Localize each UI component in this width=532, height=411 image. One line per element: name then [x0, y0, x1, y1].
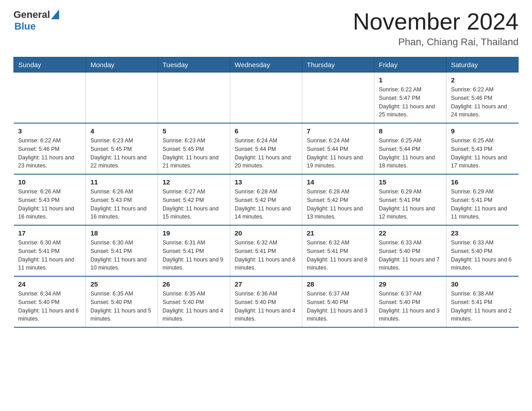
calendar-cell: 14Sunrise: 6:28 AMSunset: 5:42 PMDayligh…	[302, 174, 374, 225]
calendar-cell: 11Sunrise: 6:26 AMSunset: 5:43 PMDayligh…	[86, 174, 158, 225]
calendar-cell	[302, 73, 374, 124]
calendar-week-row: 1Sunrise: 6:22 AMSunset: 5:47 PMDaylight…	[14, 73, 519, 124]
day-number: 5	[163, 127, 225, 135]
day-number: 11	[90, 178, 153, 186]
calendar-header-row: SundayMondayTuesdayWednesdayThursdayFrid…	[14, 57, 519, 73]
calendar-cell: 4Sunrise: 6:23 AMSunset: 5:45 PMDaylight…	[86, 123, 158, 174]
calendar-cell: 18Sunrise: 6:30 AMSunset: 5:41 PMDayligh…	[86, 225, 158, 276]
calendar-cell: 13Sunrise: 6:28 AMSunset: 5:42 PMDayligh…	[230, 174, 302, 225]
logo: General Blue	[13, 9, 59, 32]
day-info: Sunrise: 6:28 AMSunset: 5:42 PMDaylight:…	[307, 188, 369, 221]
day-number: 3	[18, 127, 82, 135]
day-info: Sunrise: 6:26 AMSunset: 5:43 PMDaylight:…	[18, 188, 82, 221]
day-number: 1	[379, 76, 442, 84]
calendar-cell: 10Sunrise: 6:26 AMSunset: 5:43 PMDayligh…	[14, 174, 86, 225]
day-info: Sunrise: 6:23 AMSunset: 5:45 PMDaylight:…	[163, 137, 225, 170]
calendar-cell: 8Sunrise: 6:25 AMSunset: 5:44 PMDaylight…	[374, 123, 446, 174]
day-number: 26	[163, 280, 225, 288]
day-info: Sunrise: 6:37 AMSunset: 5:40 PMDaylight:…	[307, 290, 369, 323]
day-info: Sunrise: 6:24 AMSunset: 5:44 PMDaylight:…	[235, 137, 297, 170]
calendar-cell: 9Sunrise: 6:25 AMSunset: 5:43 PMDaylight…	[446, 123, 519, 174]
day-number: 27	[235, 280, 297, 288]
day-header-monday: Monday	[86, 57, 158, 73]
day-header-wednesday: Wednesday	[230, 57, 302, 73]
calendar-cell: 15Sunrise: 6:29 AMSunset: 5:41 PMDayligh…	[374, 174, 446, 225]
day-header-friday: Friday	[374, 57, 446, 73]
calendar-cell: 29Sunrise: 6:37 AMSunset: 5:40 PMDayligh…	[374, 276, 446, 327]
day-number: 2	[451, 76, 514, 84]
day-info: Sunrise: 6:27 AMSunset: 5:42 PMDaylight:…	[163, 188, 225, 221]
calendar-cell: 17Sunrise: 6:30 AMSunset: 5:41 PMDayligh…	[14, 225, 86, 276]
day-info: Sunrise: 6:31 AMSunset: 5:41 PMDaylight:…	[163, 239, 225, 272]
day-info: Sunrise: 6:22 AMSunset: 5:47 PMDaylight:…	[379, 86, 442, 119]
day-number: 24	[18, 280, 82, 288]
day-number: 21	[307, 229, 369, 237]
calendar-cell: 22Sunrise: 6:33 AMSunset: 5:40 PMDayligh…	[374, 225, 446, 276]
day-number: 19	[163, 229, 225, 237]
day-number: 14	[307, 178, 369, 186]
calendar-cell: 28Sunrise: 6:37 AMSunset: 5:40 PMDayligh…	[302, 276, 374, 327]
logo-triangle-icon	[51, 9, 59, 19]
calendar-cell: 25Sunrise: 6:35 AMSunset: 5:40 PMDayligh…	[86, 276, 158, 327]
day-number: 6	[235, 127, 297, 135]
calendar-table: SundayMondayTuesdayWednesdayThursdayFrid…	[13, 57, 519, 328]
calendar-cell: 27Sunrise: 6:36 AMSunset: 5:40 PMDayligh…	[230, 276, 302, 327]
day-info: Sunrise: 6:35 AMSunset: 5:40 PMDaylight:…	[90, 290, 153, 323]
calendar-cell: 30Sunrise: 6:38 AMSunset: 5:41 PMDayligh…	[446, 276, 519, 327]
calendar-cell: 24Sunrise: 6:34 AMSunset: 5:40 PMDayligh…	[14, 276, 86, 327]
day-number: 7	[307, 127, 369, 135]
day-info: Sunrise: 6:22 AMSunset: 5:46 PMDaylight:…	[18, 137, 82, 170]
day-number: 12	[163, 178, 225, 186]
day-number: 9	[451, 127, 514, 135]
calendar-cell: 23Sunrise: 6:33 AMSunset: 5:40 PMDayligh…	[446, 225, 519, 276]
day-header-thursday: Thursday	[302, 57, 374, 73]
day-header-sunday: Sunday	[14, 57, 86, 73]
day-number: 22	[379, 229, 442, 237]
calendar-cell: 12Sunrise: 6:27 AMSunset: 5:42 PMDayligh…	[158, 174, 230, 225]
day-number: 20	[235, 229, 297, 237]
day-info: Sunrise: 6:28 AMSunset: 5:42 PMDaylight:…	[235, 188, 297, 221]
day-info: Sunrise: 6:30 AMSunset: 5:41 PMDaylight:…	[90, 239, 153, 272]
location-title: Phan, Chiang Rai, Thailand	[353, 36, 519, 48]
day-number: 4	[90, 127, 153, 135]
day-number: 8	[379, 127, 442, 135]
calendar-cell	[14, 73, 86, 124]
calendar-week-row: 24Sunrise: 6:34 AMSunset: 5:40 PMDayligh…	[14, 276, 519, 327]
day-number: 25	[90, 280, 153, 288]
day-number: 29	[379, 280, 442, 288]
day-info: Sunrise: 6:32 AMSunset: 5:41 PMDaylight:…	[235, 239, 297, 272]
day-info: Sunrise: 6:22 AMSunset: 5:46 PMDaylight:…	[451, 86, 514, 119]
day-info: Sunrise: 6:29 AMSunset: 5:41 PMDaylight:…	[451, 188, 514, 221]
day-info: Sunrise: 6:36 AMSunset: 5:40 PMDaylight:…	[235, 290, 297, 323]
day-number: 17	[18, 229, 82, 237]
calendar-cell: 16Sunrise: 6:29 AMSunset: 5:41 PMDayligh…	[446, 174, 519, 225]
logo-block: General Blue	[13, 9, 59, 32]
logo-general-text: General	[13, 9, 50, 21]
day-info: Sunrise: 6:23 AMSunset: 5:45 PMDaylight:…	[90, 137, 153, 170]
calendar-week-row: 10Sunrise: 6:26 AMSunset: 5:43 PMDayligh…	[14, 174, 519, 225]
calendar-cell: 26Sunrise: 6:35 AMSunset: 5:40 PMDayligh…	[158, 276, 230, 327]
day-info: Sunrise: 6:29 AMSunset: 5:41 PMDaylight:…	[379, 188, 442, 221]
day-info: Sunrise: 6:37 AMSunset: 5:40 PMDaylight:…	[379, 290, 442, 323]
calendar-cell	[230, 73, 302, 124]
day-info: Sunrise: 6:33 AMSunset: 5:40 PMDaylight:…	[451, 239, 514, 272]
calendar-week-row: 17Sunrise: 6:30 AMSunset: 5:41 PMDayligh…	[14, 225, 519, 276]
day-info: Sunrise: 6:30 AMSunset: 5:41 PMDaylight:…	[18, 239, 82, 272]
calendar-week-row: 3Sunrise: 6:22 AMSunset: 5:46 PMDaylight…	[14, 123, 519, 174]
day-info: Sunrise: 6:38 AMSunset: 5:41 PMDaylight:…	[451, 290, 514, 323]
calendar-cell: 21Sunrise: 6:32 AMSunset: 5:41 PMDayligh…	[302, 225, 374, 276]
day-number: 13	[235, 178, 297, 186]
calendar-cell: 7Sunrise: 6:24 AMSunset: 5:44 PMDaylight…	[302, 123, 374, 174]
day-number: 10	[18, 178, 82, 186]
day-info: Sunrise: 6:32 AMSunset: 5:41 PMDaylight:…	[307, 239, 369, 272]
calendar-cell	[158, 73, 230, 124]
logo-blue-text: Blue	[14, 21, 59, 32]
page-header: General Blue November 2024 Phan, Chiang …	[13, 9, 519, 48]
day-info: Sunrise: 6:26 AMSunset: 5:43 PMDaylight:…	[90, 188, 153, 221]
calendar-cell: 1Sunrise: 6:22 AMSunset: 5:47 PMDaylight…	[374, 73, 446, 124]
day-number: 30	[451, 280, 514, 288]
day-number: 23	[451, 229, 514, 237]
calendar-cell: 19Sunrise: 6:31 AMSunset: 5:41 PMDayligh…	[158, 225, 230, 276]
title-block: November 2024 Phan, Chiang Rai, Thailand	[353, 9, 519, 48]
calendar-cell: 20Sunrise: 6:32 AMSunset: 5:41 PMDayligh…	[230, 225, 302, 276]
